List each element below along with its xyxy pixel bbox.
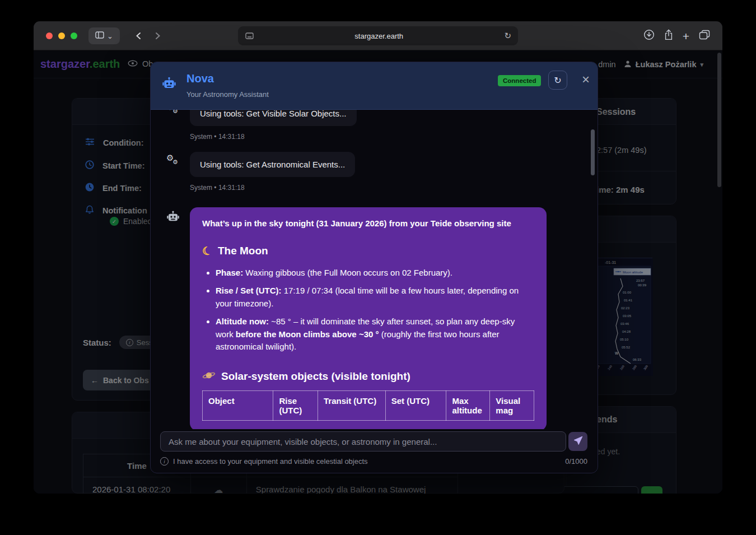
close-icon: × bbox=[582, 72, 590, 87]
bullet-bold: before the Moon climbs above ~30 ° bbox=[236, 329, 379, 339]
gear-glyph: ⚙ bbox=[172, 159, 178, 166]
gears-icon: ⚙ ⚙ bbox=[166, 155, 180, 169]
col-set: Set (UTC) bbox=[385, 390, 446, 420]
robot-icon bbox=[162, 77, 176, 92]
toolbar-actions: + bbox=[643, 21, 710, 50]
col-visual-mag: Visual mag bbox=[490, 390, 534, 420]
objects-table: Object Rise (UTC) Transit (UTC) Set (UTC… bbox=[202, 390, 534, 421]
bullet-item: Phase: Waxing gibbous (the Full Moon occ… bbox=[216, 267, 534, 280]
zoom-window-button[interactable] bbox=[71, 32, 77, 39]
reload-icon[interactable]: ↻ bbox=[504, 31, 511, 41]
chat-input[interactable] bbox=[160, 431, 566, 452]
browser-toolbar: ⌄ stargazer.earth ↻ bbox=[34, 21, 722, 50]
refresh-icon: ↻ bbox=[554, 75, 561, 86]
bullet-bold: Rise / Set (UTC): bbox=[216, 286, 282, 295]
bullet-item: Rise / Set (UTC): 17:19 / 07:34 (local t… bbox=[216, 285, 534, 310]
chat-footer: i I have access to your equipment and vi… bbox=[160, 457, 587, 466]
chat-messages: ⚙ ⚙ Using tools: Get Visible Solar Objec… bbox=[151, 110, 598, 429]
col-max-altitude: Max altitude bbox=[446, 390, 490, 420]
chat-area: ⚙ ⚙ Using tools: Get Visible Solar Objec… bbox=[151, 110, 598, 429]
assistant-message: What’s up in the sky tonight (31 January… bbox=[166, 207, 582, 429]
char-counter: 0/1000 bbox=[565, 457, 587, 466]
minimize-window-button[interactable] bbox=[58, 32, 65, 39]
col-object: Object bbox=[203, 390, 273, 420]
modal-header: Nova Your Astronomy Assistant Connected … bbox=[151, 62, 598, 110]
solar-heading-text: Solar-system objects (visible tonight) bbox=[221, 370, 410, 383]
moon-bullet-list: Phase: Waxing gibbous (the Full Moon occ… bbox=[202, 267, 534, 353]
sidebar-icon bbox=[95, 31, 104, 41]
tab-overview-button[interactable] bbox=[699, 30, 710, 42]
chat-scrollbar[interactable] bbox=[591, 129, 595, 175]
col-transit: Transit (UTC) bbox=[318, 390, 385, 420]
gears-icon: ⚙ ⚙ bbox=[166, 110, 180, 118]
message-text: Using tools: Get Astronomical Events... bbox=[190, 152, 355, 177]
message-text: Using tools: Get Visible Solar Objects..… bbox=[190, 110, 357, 126]
ringed-planet-icon bbox=[202, 370, 216, 383]
system-message: ⚙ ⚙ Using tools: Get Visible Solar Objec… bbox=[166, 110, 582, 126]
bullet-item: Altitude now: ~85 ° – it will dominate t… bbox=[216, 315, 534, 353]
new-tab-button[interactable]: + bbox=[683, 30, 689, 42]
solar-heading: Solar-system objects (visible tonight) bbox=[202, 370, 534, 383]
bullet-bold: Phase: bbox=[216, 268, 243, 277]
close-window-button[interactable] bbox=[46, 32, 53, 39]
back-button[interactable] bbox=[132, 29, 145, 43]
objects-table-header-row: Object Rise (UTC) Transit (UTC) Set (UTC… bbox=[203, 390, 534, 420]
crescent-moon-icon: ☾ bbox=[200, 243, 214, 259]
site-settings-icon[interactable] bbox=[245, 32, 254, 39]
paper-plane-icon bbox=[573, 436, 583, 448]
nova-chat-modal: Nova Your Astronomy Assistant Connected … bbox=[150, 62, 598, 473]
downloads-button[interactable] bbox=[643, 29, 655, 43]
message-meta: System • 14:31:18 bbox=[190, 184, 582, 192]
assistant-bubble: What’s up in the sky tonight (31 January… bbox=[190, 207, 547, 429]
close-modal-button[interactable]: × bbox=[577, 71, 594, 88]
forward-button[interactable] bbox=[151, 29, 165, 43]
send-button[interactable] bbox=[568, 432, 587, 451]
info-icon: i bbox=[160, 457, 169, 466]
system-message: ⚙ ⚙ Using tools: Get Astronomical Events… bbox=[166, 152, 582, 177]
share-button[interactable] bbox=[664, 29, 673, 43]
message-meta: System • 14:31:18 bbox=[190, 133, 582, 141]
url-text: stargazer.earth bbox=[254, 32, 504, 40]
col-rise: Rise (UTC) bbox=[273, 390, 318, 420]
robot-icon bbox=[166, 211, 180, 224]
desktop: ⌄ stargazer.earth ↻ bbox=[0, 0, 756, 535]
refresh-chat-button[interactable]: ↻ bbox=[548, 71, 567, 90]
bullet-text: Waxing gibbous (the Full Moon occurs on … bbox=[243, 268, 452, 277]
sidebar-toggle-button[interactable]: ⌄ bbox=[88, 27, 120, 44]
message-title: What’s up in the sky tonight (31 January… bbox=[202, 217, 534, 230]
gear-glyph: ⚙ bbox=[172, 110, 178, 115]
moon-heading: ☾ The Moon bbox=[202, 244, 534, 258]
nova-title: Nova bbox=[186, 72, 214, 85]
chevron-down-icon: ⌄ bbox=[107, 32, 113, 40]
connection-status-badge: Connected bbox=[498, 75, 541, 86]
bullet-bold: Altitude now: bbox=[216, 317, 269, 326]
moon-heading-text: The Moon bbox=[218, 245, 268, 257]
nova-subtitle: Your Astronomy Assistant bbox=[186, 90, 269, 99]
address-bar[interactable]: stargazer.earth ↻ bbox=[238, 26, 518, 45]
footer-note: I have access to your equipment and visi… bbox=[173, 457, 368, 466]
